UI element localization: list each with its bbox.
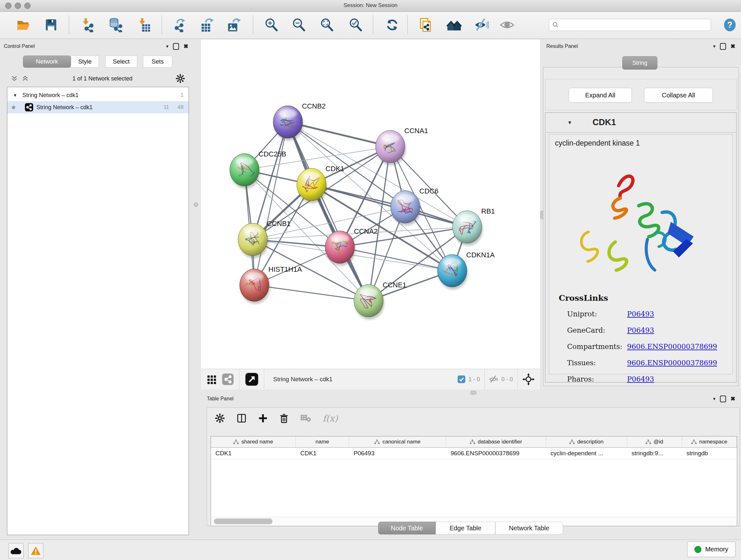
left-splitter-grip[interactable] [194,202,198,207]
network-edge[interactable] [312,185,467,227]
zoom-in-icon[interactable] [264,17,280,33]
table-panel-close-icon[interactable]: ✖ [731,395,735,402]
tab-network-table[interactable]: Network Table [495,522,563,535]
results-panel-maximize-icon[interactable] [720,43,726,50]
zoom-selected-icon[interactable] [348,17,364,33]
crosslink-link[interactable]: P06493 [627,375,654,383]
network-collection-row[interactable]: ▼ String Network – cdk1 1 [7,89,189,101]
control-panel-close-icon[interactable]: ✖ [184,43,188,50]
protein-collapse-caret-icon[interactable]: ▼ [567,120,572,125]
collection-expand-caret-icon[interactable]: ▼ [13,93,17,98]
main-toolbar: ? [0,12,741,39]
crosslink-link[interactable]: 9606.ENSP00000378699 [627,359,717,367]
table-cell[interactable]: P06493 [349,448,446,459]
column-header--id[interactable]: @id [627,436,682,447]
expand-all-networks-icon[interactable] [21,74,29,83]
network-row-selected[interactable]: String Network – cdk1 11 48 [7,101,189,113]
table-cell[interactable]: stringdb:9... [627,448,682,459]
tab-node-table[interactable]: Node Table [378,522,435,535]
results-panel-close-icon[interactable]: ✖ [731,43,735,50]
table-options-gear-icon[interactable] [215,413,225,423]
tab-edge-table[interactable]: Edge Table [435,522,495,535]
crosslinks-title: CrossLinks [559,294,732,303]
network-node-CCNB2[interactable] [273,106,304,141]
tab-sets[interactable]: Sets [143,56,172,68]
create-column-plus-icon[interactable] [258,414,268,423]
network-node-HIST1H1A[interactable] [240,269,270,304]
import-network-from-database-icon[interactable] [108,17,124,33]
import-network-icon[interactable] [79,17,95,33]
expand-all-button[interactable]: Expand All [569,88,632,103]
node-table[interactable]: shared namenamecanonical namedatabase id… [211,436,737,526]
import-table-icon[interactable] [136,17,152,33]
refresh-icon[interactable] [384,17,400,33]
export-network-icon[interactable] [172,17,188,33]
scrollbar-thumb[interactable] [214,518,273,524]
column-header-shared-name[interactable]: shared name [211,436,296,447]
column-header-database-identifier[interactable]: database identifier [446,436,546,447]
node-label: CCNA2 [354,227,378,235]
help-icon[interactable]: ? [722,17,738,33]
zoom-fit-icon[interactable] [319,17,335,33]
crosslink-link[interactable]: 9606.ENSP00000378699 [627,343,717,351]
collapse-all-button[interactable]: Collapse All [644,88,713,103]
tab-select[interactable]: Select [105,56,137,68]
tab-style[interactable]: Style [71,56,99,68]
network-edge[interactable] [254,122,288,285]
save-session-icon[interactable] [43,17,59,33]
column-header-name[interactable]: name [296,436,349,447]
table-cell[interactable]: CDK1 [296,448,349,459]
warning-status-button[interactable] [28,543,44,558]
show-column-icon[interactable] [237,413,247,423]
control-panel-float-icon[interactable]: ▾ [166,44,169,49]
network-node-CDC6[interactable] [391,191,421,226]
open-session-icon[interactable] [15,17,31,33]
export-image-icon[interactable] [226,17,242,33]
table-panel-maximize-icon[interactable] [720,395,726,402]
search-field[interactable] [549,19,711,31]
network-options-gear-icon[interactable] [176,74,185,83]
table-panel-float-icon[interactable]: ▾ [713,396,716,401]
network-node-CDK1[interactable] [297,168,327,203]
column-header-description[interactable]: description [546,436,627,447]
network-node-CCNA1[interactable] [376,130,406,165]
show-panels-eye-icon[interactable] [499,17,515,33]
clone-network-icon[interactable] [417,17,433,33]
network-view-type-icon[interactable] [222,374,233,385]
show-hide-graphics-icon[interactable] [446,17,462,33]
export-table-icon[interactable] [199,17,215,33]
network-node-CCNA2[interactable] [325,231,355,266]
collapse-all-networks-icon[interactable] [10,74,18,83]
crosslink-link[interactable]: P06493 [627,326,654,334]
zoom-out-icon[interactable] [291,17,307,33]
table-row[interactable]: CDK1CDK1P064939606.ENSP00000378699cyclin… [211,448,737,459]
search-input [561,22,708,28]
tab-network[interactable]: Network [23,56,71,68]
cloud-status-button[interactable] [8,543,23,558]
memory-status-button[interactable]: Memory [687,542,736,557]
open-view-in-window-icon[interactable] [246,373,258,386]
crosslink-link[interactable]: P06493 [627,310,654,318]
network-node-CDKN1A[interactable] [437,254,468,290]
network-node-CDC25B[interactable] [230,153,260,189]
title-bar: Session: New Session [0,0,741,12]
network-node-CCNE1[interactable] [354,285,384,320]
results-panel-float-icon[interactable]: ▾ [713,44,716,49]
table-cell[interactable]: 9606.ENSP00000378699 [446,448,546,459]
selected-items-checkbox-icon[interactable] [458,375,465,383]
table-cell[interactable]: CDK1 [211,448,296,459]
column-header-canonical-name[interactable]: canonical name [349,436,446,447]
network-node-RB1[interactable] [453,211,483,246]
control-panel-maximize-icon[interactable] [173,43,179,50]
hide-panels-eye-slash-icon[interactable] [474,17,489,33]
table-cell[interactable]: stringdb [682,448,737,459]
network-view-canvas[interactable]: CCNB2CCNA1CDC25BCDK1CDC6RB1CCNB1CCNA2CDK… [201,40,540,369]
protein-section-header[interactable]: ▼ CDK1 [545,112,737,132]
pan-crosshair-icon[interactable] [522,373,535,386]
table-cell[interactable]: cyclin-dependent ... [546,448,627,459]
delete-column-trash-icon[interactable] [279,413,289,423]
column-header-namespace[interactable]: namespace [682,436,737,447]
network-edge[interactable] [254,285,368,301]
tab-string[interactable]: String [622,56,657,70]
birds-eye-view-grid-icon[interactable] [207,374,217,384]
